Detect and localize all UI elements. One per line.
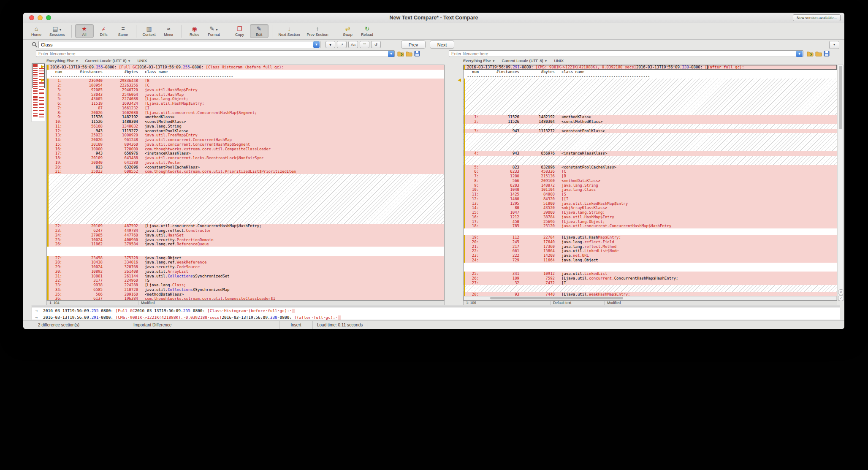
histogram-row[interactable]: 17:943656976<instanceKlassKlass> [47,151,444,156]
histogram-row[interactable]: 19:20040641280java.util.Vector [47,160,444,165]
histogram-row[interactable]: 25:34110912java.util.LinkedList [464,272,837,276]
text-line[interactable]: 2016-03-13T19:56:09.255-0800: [Full GC20… [47,65,444,70]
histogram-row[interactable]: 33:9938224288[Ljava.lang.Class; [47,283,444,288]
histogram-row[interactable]: 11:561681348032java.lang.String [47,124,444,129]
right-encoding-menu[interactable]: Current Locale (UTF-8) ▼ [502,58,548,63]
histogram-row[interactable]: 9:6203148872java.lang.String [464,183,837,188]
toolbar-home-button[interactable]: ⌂Home [27,24,46,38]
histogram-row[interactable]: 7:871661232[I [47,106,444,111]
histogram-row[interactable]: 4:943656976<instanceKlassKlass> [464,151,837,156]
toolbar-swap-button[interactable]: ⇄Swap [339,24,357,38]
histogram-row[interactable]: 18:78525120java.util.concurrent.Concurre… [464,224,837,228]
histogram-row[interactable]: 10:115261480304<constMethodKlass> [47,120,444,124]
toolbar-all-button[interactable]: ★All [75,24,94,38]
right-pane-editor[interactable]: 2016-03-13T19:56:09.291-0800: [CMS: 9081… [463,65,837,301]
toolbar-format-button[interactable]: ✎▼Format [205,24,223,38]
text-line[interactable]: ----------------------------------------… [464,74,837,79]
histogram-row[interactable]: 8:566209160<methodDataKlass> [464,179,837,183]
histogram-row[interactable]: num#instances#bytesclass name [47,70,444,74]
histogram-row[interactable]: 36:6137196384com.thoughtworks.xstream.co… [47,296,444,301]
search-history-dropdown[interactable]: ▼ [313,41,320,48]
histogram-row[interactable]: 16:121238784java.util.HashMap$Entry [464,215,837,220]
text-line[interactable]: ----------------------------------------… [47,74,444,79]
histogram-row[interactable]: 5:436052274088[Ljava.lang.Object; [47,97,444,101]
toolbar-context-button[interactable]: ▥Context [140,24,159,38]
histogram-row[interactable]: 8:200261602080[Ljava.util.concurrent.Con… [47,111,444,115]
toolbar-sessions-button[interactable]: ▤▼Sessions [46,24,68,38]
histogram-row[interactable]: 23:22214208java.net.URL [464,253,837,258]
histogram-row[interactable]: 14:20026961248java.util.concurrent.Concu… [47,138,444,142]
search-option-button[interactable]: .* [337,41,347,48]
horizontal-scrollbar[interactable] [464,296,837,300]
histogram-row[interactable]: 6:115191693424[Ljava.util.HashMap$Entry; [47,101,444,106]
toolbar-rules-button[interactable]: ◉Rules [185,24,204,38]
right-browse-folder-icon[interactable] [807,51,814,57]
histogram-row[interactable]: 13:129551800java.util.LinkedHashMap$Entr… [464,201,837,206]
histogram-row[interactable]: 27:23458375328java.lang.Object [47,256,444,261]
toolbar-minor-button[interactable]: ≈Minor [160,24,178,38]
histogram-row[interactable]: 20:823632096<constantPoolCacheKlass> [47,165,444,170]
histogram-row[interactable]: 19:11222784[Ljava.util.HashMap$Entry; [464,235,837,240]
histogram-row[interactable]: 26:11862379584java.lang.ref.ReferenceQue… [47,242,444,247]
histogram-row[interactable]: 20:24517640java.lang.reflect.Field [464,240,837,245]
histogram-row[interactable]: 4:530432546064java.util.HashMap [47,92,444,97]
histogram-row[interactable]: 22:20109487592[Ljava.util.concurrent.Con… [47,224,444,228]
vertical-scrollbar-thumb[interactable] [839,66,842,129]
histogram-row[interactable]: 12:9431115272<constantPoolKlass> [47,129,444,133]
histogram-row[interactable]: 28:10438334016java.lang.ref.WeakReferenc… [47,260,444,265]
toolbar-reload-button[interactable]: ↻Reload [358,24,377,38]
histogram-row[interactable]: 2:115261480304<constMethodKlass> [464,120,837,124]
histogram-row[interactable]: 21:25023600552com.thoughtworks.xstream.c… [47,169,444,174]
histogram-row[interactable]: 1:23694029836448[B [47,79,444,83]
histogram-row[interactable]: 18:20109643488java.util.concurrent.locks… [47,156,444,160]
histogram-row[interactable]: 6:6233458336[C [464,169,837,174]
histogram-row[interactable]: 24:72911664java.lang.Object [464,258,837,263]
histogram-row[interactable]: 29:10024320768java.security.CodeSource [47,265,444,269]
right-filename-input[interactable] [449,50,803,57]
histogram-row[interactable]: 11:142584800[S [464,192,837,197]
histogram-row[interactable]: 12:146084320[[I [464,197,837,201]
histogram-row[interactable]: 2:18895422263256[C [47,83,444,88]
histogram-row[interactable]: 34:6585210720java.util.Collections$Synch… [47,288,444,292]
histogram-row[interactable]: 7:1280215136[B [464,174,837,179]
accept-toggle-icon[interactable]: ✓ [838,295,844,301]
horizontal-scrollbar-thumb[interactable] [490,297,623,299]
right-filename-dropdown[interactable]: ▼ [796,51,803,57]
histogram-row[interactable]: 26:1097592[Ljava.util.concurrent.Concurr… [464,276,837,281]
histogram-row[interactable]: 16:10000720000com.thoughtworks.xstream.c… [47,147,444,152]
left-folder-icon[interactable] [406,51,412,57]
histogram-row[interactable]: 15:20109804360java.util.concurrent.Concu… [47,142,444,147]
text-line[interactable]: 2016-03-13T19:56:09.291-0800: [CMS: 9081… [464,65,837,70]
histogram-row[interactable]: 35:566209160<methodDataKlass> [47,292,444,297]
histogram-row[interactable]: 17:45025696[Ljava.lang.Object; [464,220,837,224]
search-option-button[interactable]: ↺ [371,41,381,48]
toolbar-same-button[interactable]: =Same [114,24,133,38]
left-filename-dropdown[interactable]: ▼ [388,51,394,57]
histogram-row[interactable]: 3:9431115272<constantPoolKlass> [464,129,837,133]
ignore-toggle-icon[interactable]: ⊘ [838,289,844,295]
histogram-row[interactable]: 1:115261482192<methodKlass> [464,115,837,120]
update-available-button[interactable]: New version available... [793,14,841,21]
histogram-row[interactable]: 30:10892261408java.util.ArrayList [47,269,444,274]
search-input[interactable] [38,41,320,48]
search-option-button[interactable]: ▾ [326,41,335,48]
histogram-row[interactable]: 27:327472[I [464,281,837,285]
toolbar-edit-button[interactable]: ✎Edit [250,24,269,38]
right-line-ending-menu[interactable]: UNIX [554,58,564,63]
find-next-button[interactable]: Next [430,41,454,49]
left-filename-input[interactable] [36,50,395,57]
histogram-row[interactable]: 15:104739000[Ljava.lang.String; [464,210,837,215]
search-option-button[interactable]: "" [360,41,369,48]
histogram-row[interactable]: 31:10881261144java.util.Collections$Sync… [47,274,444,279]
left-browse-folder-icon[interactable] [397,51,404,57]
histogram-row[interactable]: 10:1040101104java.lang.Class [464,187,837,192]
left-pane-editor[interactable]: 2016-03-13T19:56:09.255-0800: [Full GC20… [46,65,445,301]
toolbar-diffs-button[interactable]: ≠Diffs [95,24,113,38]
search-expander-button[interactable]: ▾ [829,41,839,49]
right-save-icon[interactable] [824,51,830,57]
histogram-row[interactable]: 14:8043520<objArrayKlassKlass> [464,206,837,210]
toolbar-copy-button[interactable]: ❐Copy [231,24,249,38]
histogram-row[interactable]: 21:21717360java.lang.reflect.Method [464,245,837,249]
histogram-row[interactable]: 3:920852946720java.util.HashMap$Entry [47,88,444,92]
histogram-row[interactable]: 13:250231000920java.util.TreeMap$Entry [47,133,444,138]
